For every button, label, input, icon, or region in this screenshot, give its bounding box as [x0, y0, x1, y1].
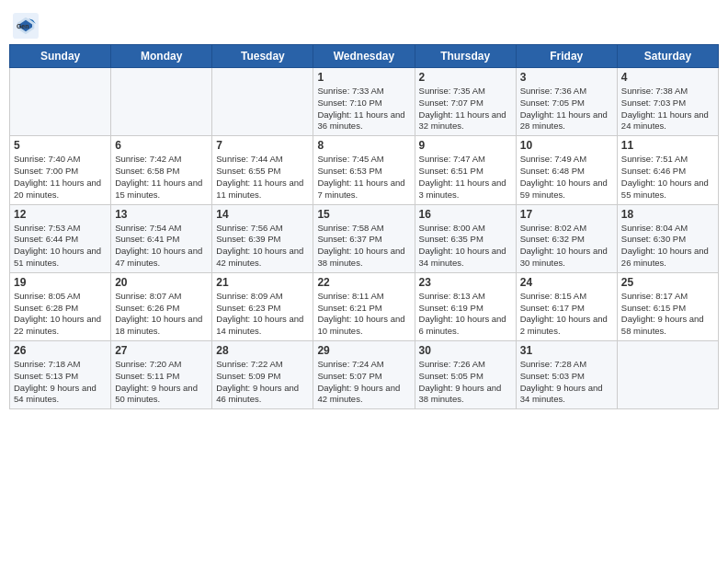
calendar-week-row: 1Sunrise: 7:33 AM Sunset: 7:10 PM Daylig…	[10, 68, 719, 136]
logo-icon: Gen	[13, 13, 39, 39]
day-number: 4	[621, 71, 714, 84]
calendar-day: 1Sunrise: 7:33 AM Sunset: 7:10 PM Daylig…	[313, 68, 415, 136]
calendar-day: 17Sunrise: 8:02 AM Sunset: 6:32 PM Dayli…	[516, 204, 617, 272]
day-info: Sunrise: 8:17 AM Sunset: 6:15 PM Dayligh…	[621, 291, 714, 338]
day-number: 31	[520, 344, 613, 357]
calendar-day: 30Sunrise: 7:26 AM Sunset: 5:05 PM Dayli…	[415, 341, 516, 409]
day-info: Sunrise: 7:33 AM Sunset: 7:10 PM Dayligh…	[317, 86, 410, 132]
day-number: 3	[520, 71, 613, 84]
day-number: 9	[419, 139, 512, 152]
weekday-header: Friday	[516, 45, 617, 68]
calendar-day: 21Sunrise: 8:09 AM Sunset: 6:23 PM Dayli…	[212, 272, 313, 340]
calendar-day: 2Sunrise: 7:35 AM Sunset: 7:07 PM Daylig…	[415, 68, 516, 136]
calendar-day: 14Sunrise: 7:56 AM Sunset: 6:39 PM Dayli…	[212, 204, 313, 272]
calendar-day: 15Sunrise: 7:58 AM Sunset: 6:37 PM Dayli…	[313, 204, 415, 272]
day-info: Sunrise: 7:47 AM Sunset: 6:51 PM Dayligh…	[419, 154, 512, 201]
day-info: Sunrise: 7:20 AM Sunset: 5:11 PM Dayligh…	[115, 359, 208, 406]
day-number: 19	[14, 276, 107, 289]
day-info: Sunrise: 7:42 AM Sunset: 6:58 PM Dayligh…	[115, 154, 208, 201]
calendar-day: 6Sunrise: 7:42 AM Sunset: 6:58 PM Daylig…	[111, 136, 212, 204]
svg-text:Gen: Gen	[17, 23, 29, 29]
day-info: Sunrise: 7:51 AM Sunset: 6:46 PM Dayligh…	[621, 154, 714, 201]
day-number: 8	[317, 139, 410, 152]
day-info: Sunrise: 8:11 AM Sunset: 6:21 PM Dayligh…	[317, 291, 410, 338]
calendar-day: 24Sunrise: 8:15 AM Sunset: 6:17 PM Dayli…	[516, 272, 617, 340]
day-number: 17	[520, 208, 613, 221]
day-number: 5	[14, 139, 107, 152]
calendar-day: 11Sunrise: 7:51 AM Sunset: 6:46 PM Dayli…	[617, 136, 718, 204]
day-number: 22	[317, 276, 410, 289]
calendar-day: 27Sunrise: 7:20 AM Sunset: 5:11 PM Dayli…	[111, 341, 212, 409]
calendar-day	[617, 341, 718, 409]
calendar-day: 16Sunrise: 8:00 AM Sunset: 6:35 PM Dayli…	[415, 204, 516, 272]
day-number: 6	[115, 139, 208, 152]
calendar-day: 28Sunrise: 7:22 AM Sunset: 5:09 PM Dayli…	[212, 341, 313, 409]
weekday-header: Sunday	[10, 45, 111, 68]
calendar-day: 26Sunrise: 7:18 AM Sunset: 5:13 PM Dayli…	[10, 341, 111, 409]
day-info: Sunrise: 7:26 AM Sunset: 5:05 PM Dayligh…	[419, 359, 512, 406]
calendar-day: 31Sunrise: 7:28 AM Sunset: 5:03 PM Dayli…	[516, 341, 617, 409]
calendar-week-row: 19Sunrise: 8:05 AM Sunset: 6:28 PM Dayli…	[10, 272, 719, 340]
calendar-week-row: 5Sunrise: 7:40 AM Sunset: 7:00 PM Daylig…	[10, 136, 719, 204]
day-number: 16	[419, 208, 512, 221]
calendar-day: 4Sunrise: 7:38 AM Sunset: 7:03 PM Daylig…	[617, 68, 718, 136]
calendar-day: 19Sunrise: 8:05 AM Sunset: 6:28 PM Dayli…	[10, 272, 111, 340]
weekday-header: Wednesday	[313, 45, 415, 68]
day-info: Sunrise: 8:05 AM Sunset: 6:28 PM Dayligh…	[14, 291, 107, 338]
weekday-header: Monday	[111, 45, 212, 68]
day-number: 18	[621, 208, 714, 221]
day-info: Sunrise: 7:56 AM Sunset: 6:39 PM Dayligh…	[216, 223, 309, 270]
calendar-day: 7Sunrise: 7:44 AM Sunset: 6:55 PM Daylig…	[212, 136, 313, 204]
calendar-day	[10, 68, 111, 136]
calendar-day: 9Sunrise: 7:47 AM Sunset: 6:51 PM Daylig…	[415, 136, 516, 204]
page-header: Gen	[9, 9, 719, 39]
calendar-day	[212, 68, 313, 136]
day-number: 26	[14, 344, 107, 357]
calendar-week-row: 12Sunrise: 7:53 AM Sunset: 6:44 PM Dayli…	[10, 204, 719, 272]
day-info: Sunrise: 8:09 AM Sunset: 6:23 PM Dayligh…	[216, 291, 309, 338]
calendar-day: 3Sunrise: 7:36 AM Sunset: 7:05 PM Daylig…	[516, 68, 617, 136]
calendar-day: 18Sunrise: 8:04 AM Sunset: 6:30 PM Dayli…	[617, 204, 718, 272]
weekday-header-row: SundayMondayTuesdayWednesdayThursdayFrid…	[10, 45, 719, 68]
calendar-day: 23Sunrise: 8:13 AM Sunset: 6:19 PM Dayli…	[415, 272, 516, 340]
day-info: Sunrise: 7:38 AM Sunset: 7:03 PM Dayligh…	[621, 86, 714, 132]
weekday-header: Thursday	[415, 45, 516, 68]
calendar-day: 20Sunrise: 8:07 AM Sunset: 6:26 PM Dayli…	[111, 272, 212, 340]
logo: Gen	[13, 13, 42, 39]
day-info: Sunrise: 7:18 AM Sunset: 5:13 PM Dayligh…	[14, 359, 107, 406]
calendar-week-row: 26Sunrise: 7:18 AM Sunset: 5:13 PM Dayli…	[10, 341, 719, 409]
weekday-header: Tuesday	[212, 45, 313, 68]
day-number: 21	[216, 276, 309, 289]
calendar-day: 8Sunrise: 7:45 AM Sunset: 6:53 PM Daylig…	[313, 136, 415, 204]
day-number: 13	[115, 208, 208, 221]
day-info: Sunrise: 7:45 AM Sunset: 6:53 PM Dayligh…	[317, 154, 410, 201]
day-info: Sunrise: 7:35 AM Sunset: 7:07 PM Dayligh…	[419, 86, 512, 132]
day-info: Sunrise: 8:13 AM Sunset: 6:19 PM Dayligh…	[419, 291, 512, 338]
day-number: 2	[419, 71, 512, 84]
day-info: Sunrise: 7:58 AM Sunset: 6:37 PM Dayligh…	[317, 223, 410, 270]
calendar-day: 22Sunrise: 8:11 AM Sunset: 6:21 PM Dayli…	[313, 272, 415, 340]
calendar-table: SundayMondayTuesdayWednesdayThursdayFrid…	[9, 44, 719, 409]
day-info: Sunrise: 8:07 AM Sunset: 6:26 PM Dayligh…	[115, 291, 208, 338]
day-info: Sunrise: 7:22 AM Sunset: 5:09 PM Dayligh…	[216, 359, 309, 406]
day-number: 1	[317, 71, 410, 84]
calendar-day	[111, 68, 212, 136]
calendar-day: 29Sunrise: 7:24 AM Sunset: 5:07 PM Dayli…	[313, 341, 415, 409]
day-number: 25	[621, 276, 714, 289]
day-number: 27	[115, 344, 208, 357]
calendar-day: 25Sunrise: 8:17 AM Sunset: 6:15 PM Dayli…	[617, 272, 718, 340]
day-info: Sunrise: 7:28 AM Sunset: 5:03 PM Dayligh…	[520, 359, 613, 406]
day-number: 15	[317, 208, 410, 221]
day-info: Sunrise: 7:54 AM Sunset: 6:41 PM Dayligh…	[115, 223, 208, 270]
calendar-day: 10Sunrise: 7:49 AM Sunset: 6:48 PM Dayli…	[516, 136, 617, 204]
day-number: 24	[520, 276, 613, 289]
day-number: 20	[115, 276, 208, 289]
day-number: 14	[216, 208, 309, 221]
day-info: Sunrise: 7:44 AM Sunset: 6:55 PM Dayligh…	[216, 154, 309, 201]
day-info: Sunrise: 8:15 AM Sunset: 6:17 PM Dayligh…	[520, 291, 613, 338]
day-info: Sunrise: 7:49 AM Sunset: 6:48 PM Dayligh…	[520, 154, 613, 201]
day-info: Sunrise: 7:40 AM Sunset: 7:00 PM Dayligh…	[14, 154, 107, 201]
day-info: Sunrise: 8:04 AM Sunset: 6:30 PM Dayligh…	[621, 223, 714, 270]
day-number: 28	[216, 344, 309, 357]
day-number: 23	[419, 276, 512, 289]
